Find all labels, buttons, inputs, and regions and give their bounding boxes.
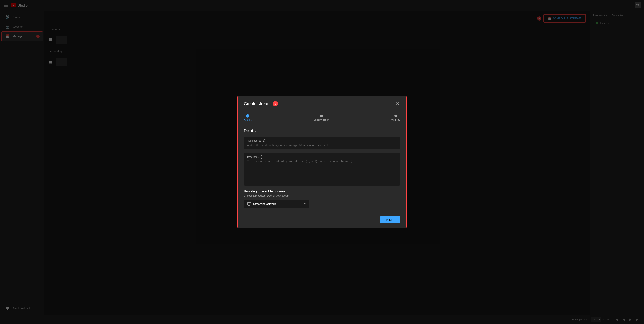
next-button[interactable]: NEXT	[380, 216, 400, 223]
step-dot-details	[246, 114, 250, 118]
go-live-section: How do you want to go live? Choose a bro…	[244, 190, 400, 208]
broadcast-type-select[interactable]: Streaming software ▼	[244, 200, 309, 208]
description-field-label: Description ?	[247, 156, 397, 159]
title-field-label: Title (required) ?	[247, 139, 397, 142]
description-label-text: Description	[247, 156, 259, 158]
modal-title-container: Create stream 3	[244, 101, 278, 106]
modal-section-title: Details	[244, 129, 400, 133]
description-help-icon[interactable]: ?	[260, 156, 263, 159]
modal-header: Create stream 3 ✕	[238, 96, 406, 110]
chevron-down-icon: ▼	[304, 202, 306, 205]
broadcast-option-label: Streaming software	[253, 202, 276, 205]
step-customization: Customization	[313, 115, 329, 121]
modal-title-text: Create stream	[244, 101, 270, 106]
title-field: Title (required) ?	[244, 137, 400, 149]
modal-body: Details Title (required) ? Description ?	[238, 126, 406, 212]
modal-footer: NEXT	[238, 212, 406, 228]
create-stream-modal: Create stream 3 ✕ Details Customization …	[237, 96, 407, 228]
step-details: Details	[244, 114, 252, 122]
step-dot-visibility	[394, 115, 397, 117]
step-label-details: Details	[244, 119, 252, 122]
title-form-group: Title (required) ?	[244, 137, 400, 149]
modal-overlay: Create stream 3 ✕ Details Customization …	[0, 0, 644, 324]
monitor-icon	[247, 202, 251, 205]
title-label-text: Title (required)	[247, 140, 262, 142]
step-line-2	[329, 116, 391, 116]
description-form-group: Description ?	[244, 153, 400, 186]
step-label-visibility: Visibility	[391, 118, 400, 121]
title-help-icon[interactable]: ?	[263, 139, 266, 142]
step-label-customization: Customization	[313, 118, 329, 121]
modal-badge: 3	[273, 101, 278, 106]
title-input[interactable]	[247, 144, 397, 147]
step-visibility: Visibility	[391, 115, 400, 121]
modal-close-button[interactable]: ✕	[395, 101, 400, 107]
step-dot-customization	[320, 115, 323, 117]
go-live-desc: Choose a broadcast type for your stream	[244, 194, 400, 197]
description-textarea[interactable]	[247, 160, 397, 183]
broadcast-select-left: Streaming software	[247, 202, 276, 205]
go-live-title: How do you want to go live?	[244, 190, 400, 193]
step-line-1	[252, 116, 314, 116]
description-field: Description ?	[244, 153, 400, 186]
stepper: Details Customization Visibility	[238, 110, 406, 126]
